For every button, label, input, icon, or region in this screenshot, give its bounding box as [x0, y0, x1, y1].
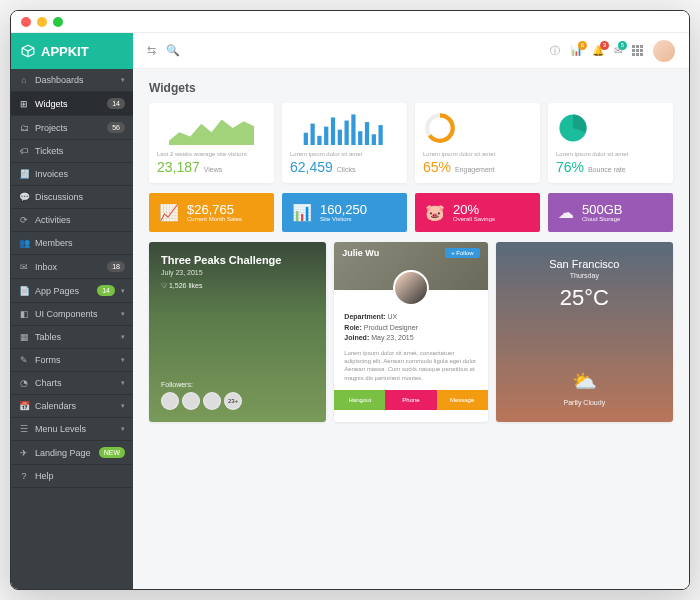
svg-rect-7 [351, 114, 355, 145]
follow-button[interactable]: + Follow [445, 248, 480, 258]
nav-badge: 14 [97, 285, 115, 296]
stat-label: Current Month Sales [187, 216, 242, 222]
nav-icon: 📅 [19, 401, 29, 411]
chevron-down-icon: ▾ [121, 76, 125, 84]
weather-day: Thursday [508, 272, 661, 279]
mini-label: Lorem ipsum dolor sit amet [556, 151, 665, 157]
sidebar-item-tickets[interactable]: 🏷 Tickets [11, 140, 133, 163]
sidebar-item-inbox[interactable]: ✉ Inbox 18 [11, 255, 133, 279]
nav-badge: 14 [107, 98, 125, 109]
nav-icon: ▦ [19, 332, 29, 342]
stat-label: Site Visitors [320, 216, 367, 222]
sidebar-item-calendars[interactable]: 📅 Calendars ▾ [11, 395, 133, 418]
svg-rect-10 [372, 134, 376, 145]
stat-tile[interactable]: 🐷 20% Overall Savings [415, 193, 540, 232]
notification-icon[interactable]: 🔔3 [592, 45, 604, 56]
nav-icon: 🗂 [19, 123, 29, 133]
weather-card[interactable]: San Francisco Thursday 25°C ⛅ Partly Clo… [496, 242, 673, 422]
brand-logo[interactable]: APPKIT [11, 33, 133, 69]
apps-grid-icon[interactable] [632, 45, 643, 56]
sidebar-item-invoices[interactable]: 🧾 Invoices [11, 163, 133, 186]
stat-tile[interactable]: 📊 160,250 Site Visitors [282, 193, 407, 232]
menu-toggle-icon[interactable]: ⇆ [147, 44, 156, 57]
close-dot[interactable] [21, 17, 31, 27]
sidebar-item-menu-levels[interactable]: ☰ Menu Levels ▾ [11, 418, 133, 441]
notification-count: 5 [618, 41, 627, 50]
topbar: ⇆ 🔍 ⓘ📊6🔔3✉5 [133, 33, 689, 69]
nav-badge: NEW [99, 447, 125, 458]
window-titlebar [11, 11, 689, 33]
sidebar-item-dashboards[interactable]: ⌂ Dashboards ▾ [11, 69, 133, 92]
notification-icon[interactable]: ✉5 [614, 45, 622, 56]
nav-icon: 👥 [19, 238, 29, 248]
stat-icon: ☁ [558, 203, 574, 222]
nav-badge: 56 [107, 122, 125, 133]
sidebar-item-widgets[interactable]: ⊞ Widgets 14 [11, 92, 133, 116]
hangout-button[interactable]: Hangout [334, 390, 385, 410]
sidebar-item-members[interactable]: 👥 Members [11, 232, 133, 255]
sidebar-item-projects[interactable]: 🗂 Projects 56 [11, 116, 133, 140]
nav-icon: 📄 [19, 286, 29, 296]
follower-avatar[interactable] [203, 392, 221, 410]
stat-tile[interactable]: ☁ 500GB Cloud Storage [548, 193, 673, 232]
mini-stat-card[interactable]: Lorem ipsum dolor sit amet 65% Engagemen… [415, 103, 540, 183]
nav-icon: 🏷 [19, 146, 29, 156]
sidebar-item-app-pages[interactable]: 📄 App Pages 14 ▾ [11, 279, 133, 303]
sidebar-item-forms[interactable]: ✎ Forms ▾ [11, 349, 133, 372]
weather-city: San Francisco [508, 258, 661, 270]
brand-text: APPKIT [41, 44, 89, 59]
svg-rect-2 [317, 136, 321, 145]
stat-label: Cloud Storage [582, 216, 622, 222]
nav-label: App Pages [35, 286, 91, 296]
mini-value: 23,187 Views [157, 159, 266, 175]
notification-count: 3 [600, 41, 609, 50]
nav-icon: ✉ [19, 262, 29, 272]
user-avatar[interactable] [653, 40, 675, 62]
nav-icon: 🧾 [19, 169, 29, 179]
sidebar-item-ui-components[interactable]: ◧ UI Components ▾ [11, 303, 133, 326]
svg-rect-8 [358, 131, 362, 145]
mini-value: 76% Bounce rate [556, 159, 665, 175]
nav-label: Members [35, 238, 125, 248]
nav-label: Calendars [35, 401, 115, 411]
profile-bio: Lorem ipsum dolor sit amet, consectetuer… [344, 349, 477, 383]
stat-icon: 📊 [292, 203, 312, 222]
minimize-dot[interactable] [37, 17, 47, 27]
nav-label: Tickets [35, 146, 125, 156]
follower-more[interactable]: 23+ [224, 392, 242, 410]
sidebar-item-help[interactable]: ? Help [11, 465, 133, 488]
message-button[interactable]: Message [437, 390, 488, 410]
mini-stat-card[interactable]: Last 2 weeks average site visitors 23,18… [149, 103, 274, 183]
sidebar-item-charts[interactable]: ◔ Charts ▾ [11, 372, 133, 395]
nav-label: Widgets [35, 99, 101, 109]
follower-avatar[interactable] [182, 392, 200, 410]
mini-label: Lorem ipsum dolor sit amet [423, 151, 532, 157]
follower-avatar[interactable] [161, 392, 179, 410]
sidebar-item-activities[interactable]: ⟳ Activities [11, 209, 133, 232]
chevron-down-icon: ▾ [121, 310, 125, 318]
phone-button[interactable]: Phone [385, 390, 436, 410]
mini-stat-card[interactable]: Lorem ipsum dolor sit amet 76% Bounce ra… [548, 103, 673, 183]
nav-badge: 18 [107, 261, 125, 272]
sidebar-item-landing-page[interactable]: ✈ Landing Page NEW [11, 441, 133, 465]
nav-icon: ⌂ [19, 75, 29, 85]
profile-avatar[interactable] [393, 270, 429, 306]
sidebar-item-tables[interactable]: ▦ Tables ▾ [11, 326, 133, 349]
stat-tile[interactable]: 📈 $26,765 Current Month Sales [149, 193, 274, 232]
nav-icon: ⟳ [19, 215, 29, 225]
challenge-card[interactable]: Three Peaks Challenge July 23, 2015 ♡ 1,… [149, 242, 326, 422]
notification-count: 6 [578, 41, 587, 50]
sidebar-item-discussions[interactable]: 💬 Discussions [11, 186, 133, 209]
notification-icon[interactable]: ⓘ [550, 44, 560, 58]
nav-label: Menu Levels [35, 424, 115, 434]
mini-stat-card[interactable]: Lorem ipsum dolor sit amet 62,459 Clicks [282, 103, 407, 183]
weather-icon: ⛅ [508, 369, 661, 393]
nav-label: UI Components [35, 309, 115, 319]
nav-icon: ✈ [19, 448, 29, 458]
stat-icon: 📈 [159, 203, 179, 222]
notification-icon[interactable]: 📊6 [570, 45, 582, 56]
maximize-dot[interactable] [53, 17, 63, 27]
search-icon[interactable]: 🔍 [166, 44, 180, 57]
svg-rect-0 [304, 133, 308, 145]
mini-chart [157, 111, 266, 145]
